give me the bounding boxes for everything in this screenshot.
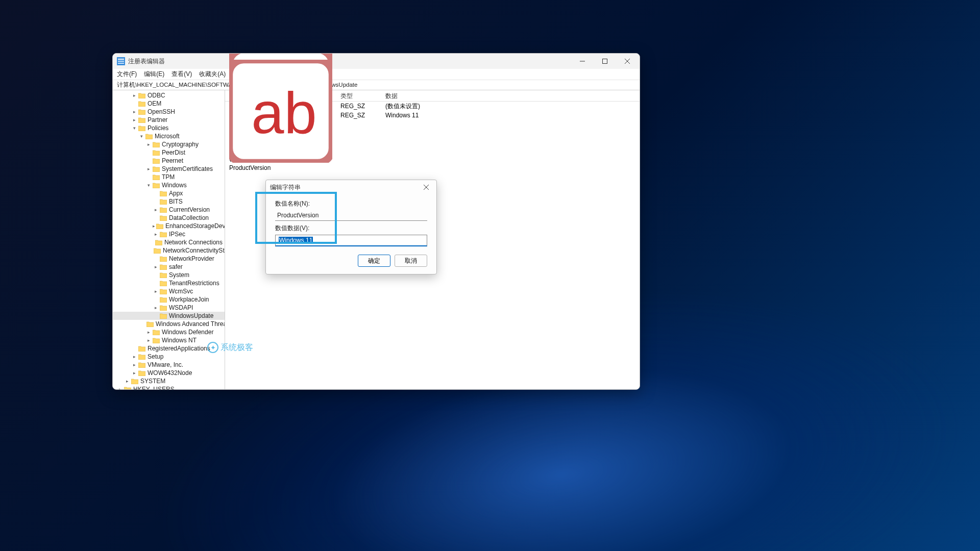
value-data-field[interactable]: Windows 11 — [275, 235, 427, 246]
expand-chevron-icon[interactable]: ▾ — [131, 126, 137, 131]
tree-node[interactable]: ▸IPSec — [113, 230, 225, 238]
expand-chevron-icon[interactable]: ▸ — [131, 117, 137, 122]
expand-chevron-icon[interactable]: ▾ — [138, 134, 144, 139]
tree-node[interactable]: NetworkProvider — [113, 255, 225, 263]
tree-node-label: WorkplaceJoin — [169, 296, 209, 303]
tree-node[interactable]: ▸Setup — [113, 353, 225, 361]
tree-node-label: WindowsUpdate — [169, 312, 213, 319]
tree-node[interactable]: ▸EnhancedStorageDevices — [113, 222, 225, 230]
tree-node[interactable]: ▸Partner — [113, 116, 225, 124]
folder-icon — [160, 198, 167, 205]
value-row[interactable]: abProductVersionREG_SZWindows 11 — [225, 111, 640, 120]
tree-node[interactable]: ▸Cryptography — [113, 140, 225, 148]
folder-icon — [160, 296, 167, 303]
folder-icon — [138, 125, 145, 131]
expand-chevron-icon[interactable]: ▸ — [131, 93, 137, 98]
tree-node[interactable]: ▸SystemCertificates — [113, 165, 225, 173]
expand-chevron-icon[interactable]: ▸ — [153, 232, 159, 237]
tree-node[interactable]: Network Connections — [113, 238, 225, 246]
tree-node-label: SystemCertificates — [162, 165, 213, 172]
tree-node[interactable]: TenantRestrictions — [113, 279, 225, 287]
tree-node-label: RegisteredApplications — [148, 345, 210, 352]
tree-node-label: Microsoft — [155, 133, 180, 140]
tree-node[interactable]: System — [113, 271, 225, 279]
tree-node[interactable]: ▸HKEY_USERS — [113, 385, 225, 389]
tree-node[interactable]: WorkplaceJoin — [113, 295, 225, 304]
tree-node-label: TenantRestrictions — [169, 280, 219, 287]
expand-chevron-icon[interactable]: ▸ — [145, 330, 152, 335]
tree-node-label: IPSec — [169, 231, 185, 238]
folder-icon — [138, 109, 145, 115]
tree-node[interactable]: ▾Policies — [113, 124, 225, 132]
tree-node-label: EnhancedStorageDevices — [165, 222, 225, 230]
expand-chevron-icon[interactable]: ▸ — [131, 109, 137, 114]
tree-node[interactable]: DataCollection — [113, 214, 225, 222]
folder-icon — [155, 239, 162, 245]
col-type[interactable]: 类型 — [336, 90, 381, 101]
maximize-button[interactable] — [594, 54, 616, 69]
minimize-button[interactable] — [571, 54, 594, 69]
tree-node[interactable]: WindowsUpdate — [113, 312, 225, 320]
tree-node[interactable]: ▸Windows Defender — [113, 328, 225, 336]
expand-chevron-icon[interactable]: ▸ — [153, 223, 155, 229]
regedit-icon — [117, 57, 125, 65]
tree-node[interactable]: BITS — [113, 197, 225, 206]
tree-node[interactable]: ▸safer — [113, 263, 225, 271]
menu-edit[interactable]: 编辑(E) — [144, 70, 164, 79]
tree-node-label: Appx — [169, 190, 183, 197]
tree-node-label: Policies — [148, 124, 168, 132]
tree-node[interactable]: ▸SYSTEM — [113, 377, 225, 385]
tree-node[interactable]: TPM — [113, 173, 225, 181]
tree-node[interactable]: ▸VMware, Inc. — [113, 361, 225, 369]
dialog-close-button[interactable] — [420, 181, 432, 193]
expand-chevron-icon[interactable]: ▸ — [117, 387, 123, 389]
expand-chevron-icon[interactable]: ▸ — [153, 305, 159, 310]
tree-node[interactable]: ▸WSDAPI — [113, 304, 225, 312]
tree-node[interactable]: OEM — [113, 99, 225, 108]
expand-chevron-icon[interactable]: ▸ — [153, 289, 159, 294]
tree-node[interactable]: ▸OpenSSH — [113, 108, 225, 116]
expand-chevron-icon[interactable]: ▸ — [131, 362, 137, 367]
expand-chevron-icon[interactable]: ▸ — [145, 166, 152, 171]
col-data[interactable]: 数据 — [381, 90, 640, 101]
menu-view[interactable]: 查看(V) — [172, 70, 192, 79]
tree-node[interactable]: ▾Microsoft — [113, 132, 225, 140]
menu-file[interactable]: 文件(F) — [117, 70, 137, 79]
folder-icon — [160, 288, 167, 294]
folder-icon — [138, 101, 145, 107]
tree-node[interactable]: PeerDist — [113, 148, 225, 157]
tree-node[interactable]: ▸CurrentVersion — [113, 206, 225, 214]
tree-node[interactable]: ▸WOW6432Node — [113, 369, 225, 377]
tree-node[interactable]: Appx — [113, 189, 225, 197]
expand-chevron-icon[interactable]: ▸ — [131, 354, 137, 359]
tree-node-label: VMware, Inc. — [148, 361, 183, 368]
ok-button[interactable]: 确定 — [358, 255, 390, 267]
tree-node-label: Setup — [148, 353, 163, 360]
tree-node-label: Peernet — [162, 157, 183, 164]
tree-node[interactable]: ▾Windows — [113, 181, 225, 189]
folder-icon — [160, 256, 167, 262]
tree-node-label: SYSTEM — [140, 378, 165, 385]
tree-node[interactable]: Peernet — [113, 157, 225, 165]
close-button[interactable] — [616, 54, 639, 69]
svg-rect-3 — [118, 63, 124, 64]
value-name-field[interactable]: ProductVersion — [275, 210, 427, 221]
tree-node[interactable]: ▸WcmSvc — [113, 287, 225, 295]
expand-chevron-icon[interactable]: ▸ — [153, 264, 159, 269]
expand-chevron-icon[interactable]: ▸ — [131, 370, 137, 375]
address-bar[interactable]: 计算机\HKEY_LOCAL_MACHINE\SOFTWARE\Policies… — [113, 80, 640, 90]
tree-node[interactable]: Windows Advanced Threat Protection — [113, 320, 225, 328]
tree-node-label: CurrentVersion — [169, 206, 210, 213]
titlebar[interactable]: 注册表编辑器 — [113, 54, 640, 69]
expand-chevron-icon[interactable]: ▾ — [145, 183, 152, 188]
expand-chevron-icon[interactable]: ▸ — [153, 207, 159, 212]
folder-icon — [154, 247, 161, 254]
expand-chevron-icon[interactable]: ▸ — [145, 142, 152, 147]
tree-node[interactable]: ▸ODBC — [113, 91, 225, 99]
tree-node[interactable]: NetworkConnectivityStatusIndicator — [113, 246, 225, 255]
menu-favorites[interactable]: 收藏夹(A) — [199, 70, 226, 79]
expand-chevron-icon[interactable]: ▸ — [145, 338, 152, 343]
cancel-button[interactable]: 取消 — [395, 255, 427, 267]
tree-node-label: PeerDist — [162, 149, 185, 156]
expand-chevron-icon[interactable]: ▸ — [124, 379, 130, 384]
